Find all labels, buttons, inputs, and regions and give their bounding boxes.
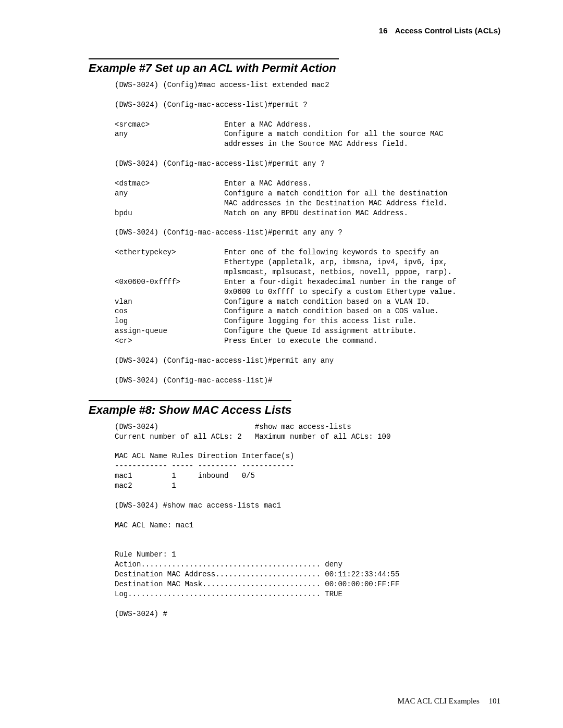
page-body: 16 Access Control Lists (ACLs) Example #…	[0, 0, 563, 728]
chapter-number: 16	[379, 26, 388, 35]
section-8-title: Example #8: Show MAC Access Lists	[89, 400, 291, 417]
footer-label: MAC ACL CLI Examples	[397, 697, 479, 705]
section-7-title: Example #7 Set up an ACL with Permit Act…	[89, 58, 339, 75]
chapter-title: Access Control Lists (ACLs)	[395, 26, 500, 35]
page-footer: MAC ACL CLI Examples 101	[89, 697, 500, 706]
section-8-cli-output: (DWS-3024) #show mac access-lists Curren…	[89, 422, 500, 619]
running-header: 16 Access Control Lists (ACLs)	[89, 26, 500, 35]
section-7-cli-output: (DWS-3024) (Config)#mac access-list exte…	[89, 80, 500, 386]
page-number: 101	[489, 697, 501, 705]
